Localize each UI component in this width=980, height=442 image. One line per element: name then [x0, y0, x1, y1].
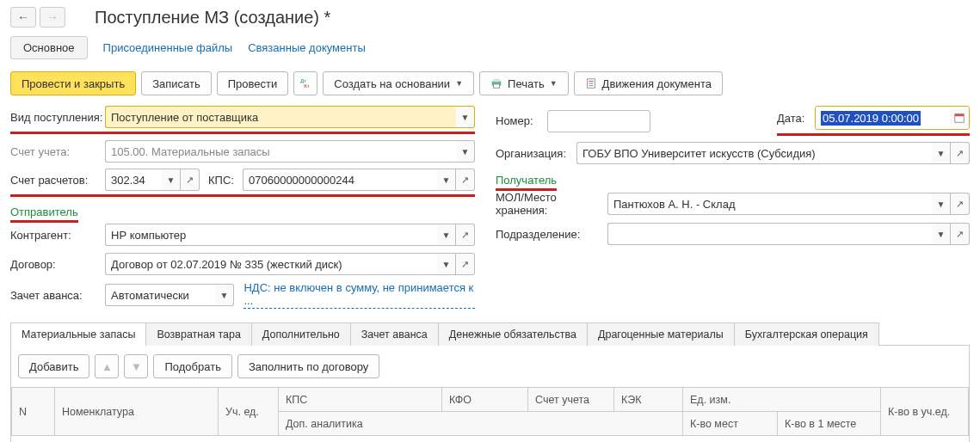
label-contragent: Контрагент:: [10, 229, 105, 242]
col-schet-ucheta[interactable]: Счет учета: [528, 388, 614, 412]
label-vid: Вид поступления:: [10, 111, 105, 124]
podrazdelenie-field[interactable]: [607, 223, 932, 245]
open-button[interactable]: ↗: [456, 224, 475, 246]
tab-accounting-operation[interactable]: Бухгалтерская операция: [735, 322, 879, 346]
label-org: Организация:: [496, 147, 576, 160]
post-and-close-button[interactable]: Провести и закрыть: [10, 71, 136, 95]
tab-main[interactable]: Основное: [10, 36, 88, 59]
label-dogovor: Договор:: [10, 258, 105, 271]
label-nomer: Номер:: [496, 114, 547, 127]
open-button[interactable]: ↗: [951, 193, 970, 215]
dropdown-button[interactable]: ▼: [456, 106, 475, 128]
label-data: Дата:: [777, 112, 815, 125]
col-kvo-v1-meste[interactable]: К-во в 1 месте: [778, 412, 881, 436]
col-n[interactable]: N: [12, 388, 55, 436]
col-kek[interactable]: КЭК: [614, 388, 683, 412]
save-button[interactable]: Записать: [141, 71, 212, 95]
tab-material-stocks[interactable]: Материальные запасы: [10, 322, 146, 346]
dtkt-button[interactable]: ДтКт: [293, 71, 317, 95]
chevron-down-icon: ▼: [455, 79, 463, 88]
data-field[interactable]: 05.07.2019 0:00:00: [816, 107, 950, 129]
dropdown-button[interactable]: ▼: [437, 224, 456, 246]
col-kfo[interactable]: КФО: [442, 388, 528, 412]
tab-additional[interactable]: Дополнительно: [252, 322, 351, 346]
col-kvo-uch[interactable]: К-во в уч.ед.: [881, 388, 969, 436]
schet-ucheta-field[interactable]: 105.00. Материальные запасы: [105, 140, 456, 163]
tab-advance-offset[interactable]: Зачет аванса: [351, 322, 439, 346]
recipient-section-title: Получатель: [496, 170, 557, 191]
page-title: Поступление МЗ (создание) *: [95, 8, 330, 28]
document-icon: [585, 77, 597, 89]
organization-field[interactable]: ГОБУ ВПО Университет искусств (Субсидия): [576, 142, 932, 164]
mol-field[interactable]: Пантюхов А. Н. - Склад: [607, 193, 932, 215]
create-based-on-button[interactable]: Создать на основании ▼: [323, 71, 474, 95]
tab-bar: Материальные запасы Возвратная тара Допо…: [10, 322, 970, 346]
dropdown-button[interactable]: ▼: [162, 169, 181, 191]
fill-by-contract-button[interactable]: Заполнить по договору: [237, 354, 379, 378]
svg-rect-4: [494, 84, 500, 88]
open-button[interactable]: ↗: [456, 169, 475, 191]
move-down-button[interactable]: ▼: [124, 354, 148, 378]
link-attached-files[interactable]: Присоединенные файлы: [103, 41, 233, 54]
dropdown-button[interactable]: ▼: [215, 284, 234, 306]
contragent-field[interactable]: НР компьютер: [105, 224, 437, 246]
col-uch-ed[interactable]: Уч. ед.: [219, 388, 279, 436]
tab-monetary-obligations[interactable]: Денежные обязательства: [439, 322, 588, 346]
pick-button[interactable]: Подобрать: [153, 354, 231, 378]
open-button[interactable]: ↗: [456, 253, 475, 275]
svg-rect-3: [494, 79, 500, 83]
dropdown-button[interactable]: ▼: [932, 193, 951, 215]
vid-postupleniya-select[interactable]: Поступление от поставщика: [105, 106, 456, 128]
dropdown-button[interactable]: ▼: [932, 223, 951, 245]
svg-text:Кт: Кт: [305, 83, 311, 89]
open-button[interactable]: ↗: [951, 223, 970, 245]
svg-rect-10: [955, 114, 965, 117]
calendar-button[interactable]: [950, 107, 969, 129]
dropdown-button[interactable]: ▼: [437, 253, 456, 275]
sender-section-title: Отправитель: [10, 202, 78, 223]
nds-link[interactable]: НДС: не включен в сумму, не принимается …: [243, 281, 475, 309]
col-dop-analitika[interactable]: Доп. аналитика: [279, 412, 683, 436]
nav-forward-button[interactable]: →: [40, 7, 65, 28]
doc-movements-button[interactable]: Движения документа: [574, 71, 723, 95]
label-zachet-avansa: Зачет аванса:: [10, 289, 105, 302]
add-row-button[interactable]: Добавить: [18, 354, 89, 378]
kps-field[interactable]: 07060000000000244: [243, 169, 437, 191]
tab-returnable-tare[interactable]: Возвратная тара: [146, 322, 251, 346]
printer-icon: [490, 77, 502, 89]
label-podr: Подразделение:: [496, 228, 607, 241]
move-up-button[interactable]: ▲: [95, 354, 119, 378]
link-related-docs[interactable]: Связанные документы: [248, 41, 366, 54]
dropdown-button[interactable]: ▼: [437, 169, 456, 191]
open-button[interactable]: ↗: [181, 169, 200, 191]
dogovor-field[interactable]: Договор от 02.07.2019 № 335 (жесткий дис…: [105, 253, 437, 275]
nomer-field[interactable]: [547, 110, 650, 132]
label-kps: КПС:: [208, 174, 243, 187]
post-button[interactable]: Провести: [217, 71, 289, 95]
col-kvo-mest[interactable]: К-во мест: [683, 412, 778, 436]
zachet-avansa-select[interactable]: Автоматически: [105, 284, 215, 306]
label-schet-ucheta: Счет учета:: [10, 145, 105, 158]
dropdown-button[interactable]: ▼: [456, 140, 475, 163]
col-kps[interactable]: КПС: [279, 388, 442, 412]
dropdown-button[interactable]: ▼: [932, 142, 951, 164]
chevron-down-icon: ▼: [550, 79, 558, 88]
tab-precious-materials[interactable]: Драгоценные материалы: [588, 322, 735, 346]
calendar-icon: [953, 112, 965, 124]
col-ed-izm[interactable]: Ед. изм.: [683, 388, 881, 412]
debit-credit-icon: ДтКт: [299, 77, 311, 89]
open-button[interactable]: ↗: [951, 142, 970, 164]
col-nomenklatura[interactable]: Номенклатура: [55, 388, 219, 436]
nav-back-button[interactable]: ←: [10, 7, 36, 28]
label-schet-rasch: Счет расчетов:: [10, 174, 105, 187]
print-button[interactable]: Печать ▼: [479, 71, 569, 95]
schet-raschetov-field[interactable]: 302.34: [105, 169, 162, 191]
data-grid[interactable]: N Номенклатура Уч. ед. КПС КФО Счет учет…: [11, 387, 969, 436]
label-mol: МОЛ/Место хранения:: [496, 191, 607, 217]
grid-header-row-1: N Номенклатура Уч. ед. КПС КФО Счет учет…: [12, 388, 969, 412]
